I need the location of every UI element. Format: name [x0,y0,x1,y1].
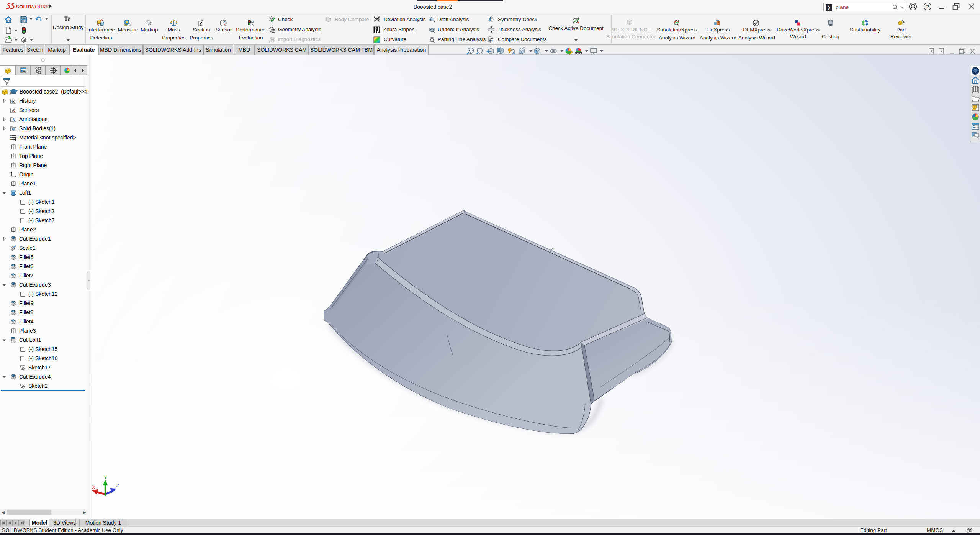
svg-text:SOLID: SOLID [16,4,31,10]
svg-text:?: ? [329,17,331,21]
svg-text:WORKS: WORKS [30,4,50,10]
svg-text:?: ? [926,4,929,10]
svg-text:A: A [512,51,515,55]
svg-text:X: X [92,484,95,490]
svg-text:?: ? [491,39,494,43]
svg-text:Z: Z [116,483,119,489]
svg-text:Y: Y [104,474,107,480]
